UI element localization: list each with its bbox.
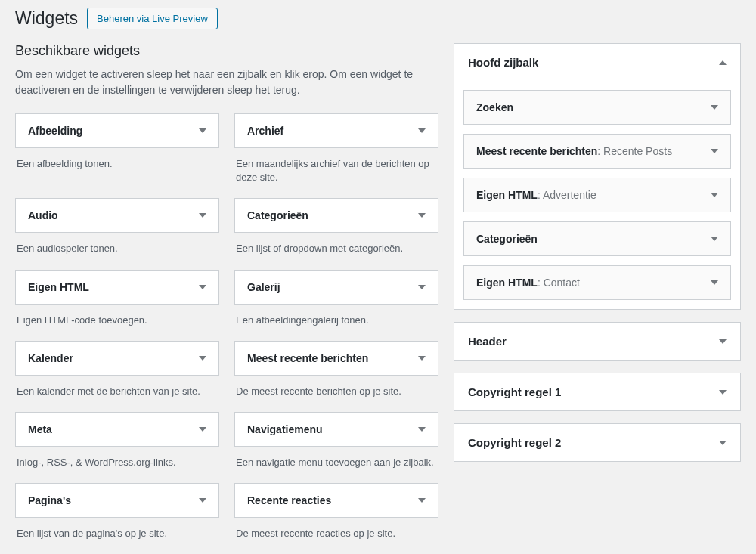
widget-title: Kalender	[28, 352, 73, 364]
sidebar-area-collapsed: Copyright regel 2	[454, 423, 741, 462]
placed-widget-title: Zoeken	[476, 101, 513, 113]
chevron-down-icon	[199, 427, 206, 432]
sidebar-areas-panel: Hoofd zijbalk Zoeken Meest recente beric…	[454, 43, 741, 554]
sidebar-title: Copyright regel 1	[468, 385, 561, 398]
widget-title: Galerij	[247, 281, 280, 293]
widget-description: Een lijst of dropdown met categorieën.	[234, 233, 438, 255]
widget-title: Meest recente berichten	[247, 352, 368, 364]
widget-description: Een lijst van de pagina's op je site.	[15, 518, 219, 540]
chevron-down-icon	[199, 498, 206, 503]
widget-title: Afbeelding	[28, 125, 82, 137]
chevron-up-icon	[719, 60, 727, 65]
chevron-down-icon	[199, 356, 206, 361]
widget-title: Meta	[28, 423, 52, 435]
available-widget[interactable]: Pagina's	[15, 483, 219, 518]
widget-description: De meest recente reacties op je site.	[234, 518, 438, 540]
sidebar-toggle-main[interactable]: Hoofd zijbalk	[454, 44, 740, 81]
widget-title: Eigen HTML	[28, 281, 89, 293]
widget-description: Een maandelijks archief van de berichten…	[234, 148, 438, 184]
available-widgets-heading: Beschikbare widgets	[15, 43, 438, 59]
widget-title: Audio	[28, 209, 58, 221]
available-widget[interactable]: Kalender	[15, 341, 219, 376]
placed-widget-title: Eigen HTML: Contact	[476, 277, 580, 289]
chevron-down-icon	[719, 441, 727, 445]
chevron-down-icon	[711, 280, 718, 285]
widget-description: Een kalender met de berichten van je sit…	[15, 376, 219, 398]
live-preview-button[interactable]: Beheren via Live Preview	[87, 8, 218, 29]
placed-widget[interactable]: Eigen HTML: Advertentie	[463, 178, 731, 212]
sidebar-area-main: Hoofd zijbalk Zoeken Meest recente beric…	[454, 43, 741, 310]
chevron-down-icon	[418, 128, 426, 133]
sidebar-title: Copyright regel 2	[468, 436, 561, 449]
widget-description: Eigen HTML-code toevoegen.	[15, 305, 219, 327]
available-widget[interactable]: Galerij	[234, 270, 438, 305]
placed-widget[interactable]: Eigen HTML: Contact	[463, 265, 731, 300]
widget-title: Pagina's	[28, 494, 71, 506]
chevron-down-icon	[719, 339, 727, 344]
placed-widget[interactable]: Categorieën	[463, 221, 731, 256]
sidebar-title: Hoofd zijbalk	[468, 56, 538, 69]
available-widget[interactable]: Archief	[234, 113, 438, 148]
widget-description: Een audiospeler tonen.	[15, 233, 219, 255]
widget-description: Een navigatie menu toevoegen aan je zijb…	[234, 447, 438, 469]
placed-widget-title: Meest recente berichten: Recente Posts	[476, 145, 672, 157]
available-widget[interactable]: Meta	[15, 412, 219, 447]
available-widget[interactable]: Meest recente berichten	[234, 341, 438, 376]
sidebar-toggle[interactable]: Header	[454, 323, 740, 360]
chevron-down-icon	[711, 149, 718, 153]
placed-widget-subtitle: Recente Posts	[603, 145, 672, 157]
sidebar-toggle[interactable]: Copyright regel 1	[454, 373, 740, 410]
placed-widget[interactable]: Zoeken	[463, 90, 731, 125]
chevron-down-icon	[418, 427, 426, 432]
sidebar-area-collapsed: Copyright regel 1	[454, 373, 741, 411]
widget-description: Inlog-, RSS-, & WordPress.org-links.	[15, 447, 219, 469]
widget-description: Een afbeelding tonen.	[15, 148, 219, 171]
available-widgets-panel: Beschikbare widgets Om een widget te act…	[15, 43, 438, 554]
chevron-down-icon	[418, 356, 426, 361]
chevron-down-icon	[418, 285, 426, 289]
chevron-down-icon	[418, 213, 426, 218]
chevron-down-icon	[711, 237, 718, 241]
widget-description: De meest recente berichten op je site.	[234, 376, 438, 398]
placed-widget[interactable]: Meest recente berichten: Recente Posts	[463, 134, 731, 169]
page-title: Widgets	[15, 8, 78, 29]
available-widgets-intro: Om een widget te activeren sleep het naa…	[15, 67, 438, 98]
widget-title: Navigatiemenu	[247, 423, 323, 435]
chevron-down-icon	[199, 285, 206, 289]
widget-title: Categorieën	[247, 209, 308, 221]
available-widget[interactable]: Categorieën	[234, 198, 438, 233]
sidebar-area-collapsed: Header	[454, 322, 741, 361]
sidebar-title: Header	[468, 335, 507, 348]
available-widget[interactable]: Recente reacties	[234, 483, 438, 518]
placed-widget-title: Categorieën	[476, 233, 538, 245]
sidebar-toggle[interactable]: Copyright regel 2	[454, 424, 740, 461]
chevron-down-icon	[418, 498, 426, 503]
chevron-down-icon	[719, 390, 727, 395]
widget-title: Recente reacties	[247, 494, 331, 506]
available-widget[interactable]: Eigen HTML	[15, 270, 219, 305]
chevron-down-icon	[711, 193, 718, 197]
available-widget[interactable]: Afbeelding	[15, 113, 219, 148]
chevron-down-icon	[199, 213, 206, 218]
widget-title: Archief	[247, 125, 284, 137]
placed-widget-subtitle: Contact	[544, 277, 580, 289]
placed-widget-subtitle: Advertentie	[543, 189, 596, 201]
chevron-down-icon	[199, 128, 206, 133]
available-widget[interactable]: Audio	[15, 198, 219, 233]
chevron-down-icon	[711, 105, 718, 110]
placed-widget-title: Eigen HTML: Advertentie	[476, 189, 596, 201]
available-widget[interactable]: Navigatiemenu	[234, 412, 438, 447]
widget-description: Een afbeeldingengalerij tonen.	[234, 305, 438, 327]
